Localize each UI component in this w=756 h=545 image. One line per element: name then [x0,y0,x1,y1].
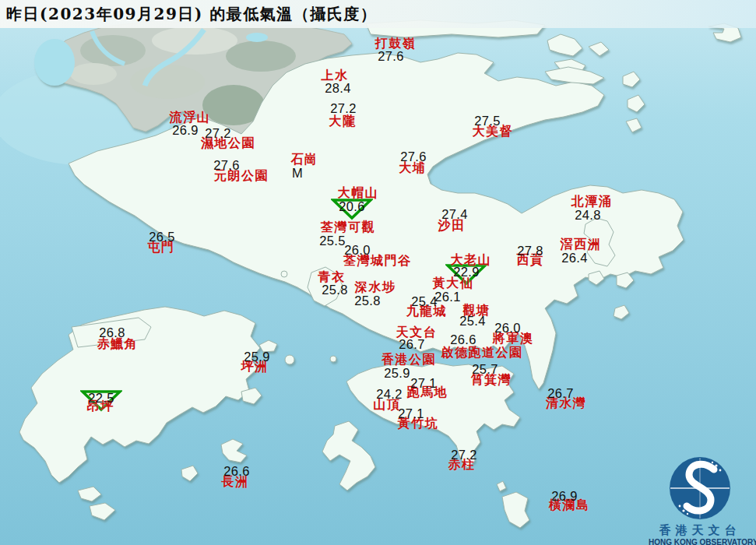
station-value: 20.6 [339,199,364,214]
station-value: 27.5 [474,114,500,128]
station-value: 26.9 [551,489,577,504]
station-value: 26.7 [399,337,424,352]
station-value: 27.1 [410,376,436,391]
station-value: 27.2 [330,101,356,116]
station-value: 25.5 [319,234,345,248]
hko-logo: 香港天文台 HONG KONG OBSERVATORY [649,454,751,543]
station-value: M [292,166,303,181]
station-value: 27.1 [398,406,424,421]
station-value: 25.4 [411,294,437,309]
station-value: 26.4 [561,251,587,265]
logo-text-chinese: 香港天文台 [649,523,751,538]
station-value: 27.8 [517,244,543,258]
station-value: 27.2 [451,448,476,462]
station-value: 26.0 [494,321,520,336]
station-name: 大隴 [329,114,357,130]
logo-text-english: HONG KONG OBSERVATORY [649,538,751,545]
station-value: 27.4 [441,207,467,222]
station-value: 26.1 [434,290,460,304]
station-value: 27.6 [213,158,239,173]
station-value: 26.6 [223,464,249,479]
station-value: 25.9 [244,350,269,364]
station-value: 24.2 [376,387,402,402]
station-value: 25.8 [322,283,347,297]
station-value: 24.8 [575,208,600,223]
station-value: 28.4 [325,81,350,96]
station-value: 26.8 [99,325,125,340]
station-value: 27.2 [205,126,230,141]
hko-observatory-symbol-icon [663,454,737,522]
station-value: 26.9 [172,123,198,138]
station-name: 啟德跑道公園 [441,345,523,361]
stations-layer: 打鼓嶺27.6上水28.4大隴27.2流浮山26.9濕地公園27.2元朗公園27… [0,0,756,545]
station-value: 26.5 [149,230,174,244]
station-value: 25.7 [472,362,498,377]
station-value: 27.6 [400,149,426,164]
station-value: 27.6 [378,49,403,64]
station-value: 25.4 [459,314,485,329]
station-value: 25.8 [354,294,380,308]
station-value: 26.6 [450,332,476,347]
station-value: 22.5 [88,391,114,406]
station-value: 26.0 [344,243,370,258]
station-value: 25.9 [384,366,410,381]
hko-min-temp-map: 昨日(2023年09月29日) 的最低氣溫（攝氏度） 打鼓嶺27.6上水28.4… [0,0,756,545]
station-value: 26.7 [547,386,573,401]
